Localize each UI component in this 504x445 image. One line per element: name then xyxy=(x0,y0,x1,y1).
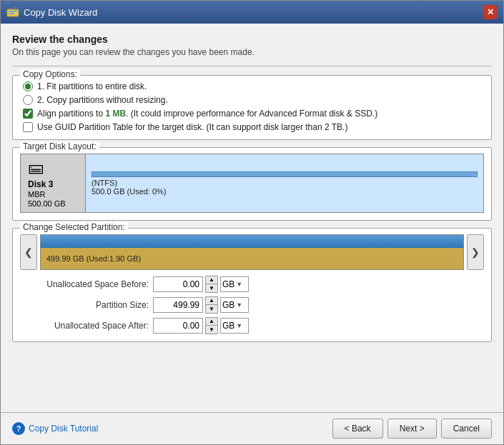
copy-option-2[interactable]: 2. Copy partitions without resizing. xyxy=(23,95,481,105)
checkbox-align[interactable]: Align partitions to 1 MB. (It could impr… xyxy=(23,109,481,119)
page-title: Review the changes xyxy=(12,34,492,45)
unallocated-after-up[interactable]: ▲ xyxy=(206,318,217,326)
partition-size-down[interactable]: ▼ xyxy=(206,305,217,313)
partition-visual[interactable]: 499.99 GB (Used:1.90 GB) xyxy=(40,234,464,270)
unallocated-after-down[interactable]: ▼ xyxy=(206,326,217,334)
disk-icon: 🖴 xyxy=(28,159,44,177)
change-partition-legend: Change Selected Partition: xyxy=(20,222,128,232)
partition-size-unit[interactable]: GB ▼ xyxy=(220,297,249,313)
partition-area[interactable]: (NTFS) 500.0 GB (Used: 0%) xyxy=(85,154,483,212)
copy-options-legend: Copy Options: xyxy=(20,69,80,79)
unallocated-before-spinner: ▲ ▼ xyxy=(205,276,218,293)
svg-rect-1 xyxy=(9,11,17,12)
unallocated-after-spinner: ▲ ▼ xyxy=(205,317,218,334)
footer: ? Copy Disk Tutorial < Back Next > Cance… xyxy=(1,412,503,444)
section-header: Review the changes On this page you can … xyxy=(12,34,492,57)
partition-visual-bar xyxy=(41,235,463,248)
checkbox-guid-input[interactable] xyxy=(23,122,33,132)
disk-name: Disk 3 xyxy=(28,179,53,189)
svg-text:↑: ↑ xyxy=(15,7,16,10)
cancel-button[interactable]: Cancel xyxy=(441,419,492,439)
page-subtitle: On this page you can review the changes … xyxy=(12,47,492,57)
help-text: Copy Disk Tutorial xyxy=(29,424,98,434)
titlebar: ↑ Copy Disk Wizard ✕ xyxy=(1,1,503,24)
copy-option-2-label: 2. Copy partitions without resizing. xyxy=(37,95,168,105)
footer-buttons: < Back Next > Cancel xyxy=(332,419,492,439)
svg-rect-2 xyxy=(9,13,14,14)
unallocated-after-unit[interactable]: GB ▼ xyxy=(220,318,249,334)
partition-size-label-field: Partition Size: xyxy=(27,300,149,310)
fields-row: Unallocated Space Before: ▲ ▼ GB ▼ xyxy=(20,276,484,334)
partition-size-label: 500.0 GB (Used: 0%) xyxy=(92,187,478,196)
unallocated-before-unit[interactable]: GB ▼ xyxy=(220,276,249,292)
unallocated-before-input-group: ▲ ▼ GB ▼ xyxy=(153,276,249,293)
back-button[interactable]: < Back xyxy=(332,419,383,439)
copy-options-group: Copy Options: 1. Fit partitions to entir… xyxy=(12,75,492,140)
checkbox-align-input[interactable] xyxy=(23,109,33,119)
right-arrow-button[interactable]: ❯ xyxy=(467,234,484,270)
partition-size-row: Partition Size: ▲ ▼ GB ▼ xyxy=(27,296,484,314)
disk-info: 🖴 Disk 3 MBR 500.00 GB xyxy=(21,154,85,212)
checkbox-guid-label: Use GUID Partition Table for the target … xyxy=(37,122,347,132)
window: ↑ Copy Disk Wizard ✕ Review the changes … xyxy=(0,0,504,445)
partition-visual-bottom: 499.99 GB (Used:1.90 GB) xyxy=(41,248,463,269)
copy-option-1-label: 1. Fit partitions to entire disk. xyxy=(37,81,147,91)
partition-bar xyxy=(92,171,478,177)
radio-option-2[interactable] xyxy=(23,95,33,105)
unallocated-after-label: Unallocated Space After: xyxy=(27,321,149,331)
partition-size-spinner: ▲ ▼ xyxy=(205,296,218,314)
disk-type: MBR xyxy=(28,190,45,199)
slider-row: ❮ 499.99 GB (Used:1.90 GB) ❯ xyxy=(20,234,484,270)
unallocated-after-input-group: ▲ ▼ GB ▼ xyxy=(153,317,249,334)
partition-size-input-group: ▲ ▼ GB ▼ xyxy=(153,296,249,314)
checkbox-align-label: Align partitions to 1 MB. (It could impr… xyxy=(37,109,377,119)
partition-fs: (NTFS) xyxy=(92,179,478,187)
left-arrow-button[interactable]: ❮ xyxy=(20,234,37,270)
disk-size: 500.00 GB xyxy=(28,199,66,208)
partition-size-up[interactable]: ▲ xyxy=(206,297,217,305)
checkbox-guid[interactable]: Use GUID Partition Table for the target … xyxy=(23,122,481,132)
unallocated-before-row: Unallocated Space Before: ▲ ▼ GB ▼ xyxy=(27,276,484,293)
partition-size-input[interactable] xyxy=(153,297,203,313)
next-button[interactable]: Next > xyxy=(387,419,437,439)
radio-option-1[interactable] xyxy=(23,81,33,91)
unallocated-before-down[interactable]: ▼ xyxy=(206,284,217,292)
header-divider xyxy=(12,66,492,66)
copy-option-1[interactable]: 1. Fit partitions to entire disk. xyxy=(23,81,481,91)
help-link[interactable]: ? Copy Disk Tutorial xyxy=(12,422,327,435)
unallocated-after-input[interactable] xyxy=(153,318,203,334)
unallocated-after-row: Unallocated Space After: ▲ ▼ GB ▼ xyxy=(27,317,484,334)
close-button[interactable]: ✕ xyxy=(483,5,498,19)
partition-size-label-visual: 499.99 GB (Used:1.90 GB) xyxy=(46,254,141,263)
help-icon: ? xyxy=(12,422,25,435)
change-partition-group: Change Selected Partition: ❮ 499.99 GB (… xyxy=(12,228,492,342)
unallocated-before-up[interactable]: ▲ xyxy=(206,276,217,284)
wizard-icon: ↑ xyxy=(6,6,19,19)
target-disk-layout-group: Target Disk Layout: 🖴 Disk 3 MBR 500.00 … xyxy=(12,147,492,221)
disk-row: 🖴 Disk 3 MBR 500.00 GB (NTFS) 500.0 GB (… xyxy=(20,154,484,213)
unallocated-before-input[interactable] xyxy=(153,276,203,292)
target-disk-layout-legend: Target Disk Layout: xyxy=(20,141,99,151)
unallocated-before-label: Unallocated Space Before: xyxy=(27,279,149,289)
main-content: Review the changes On this page you can … xyxy=(1,24,503,412)
titlebar-title: Copy Disk Wizard xyxy=(24,7,479,18)
